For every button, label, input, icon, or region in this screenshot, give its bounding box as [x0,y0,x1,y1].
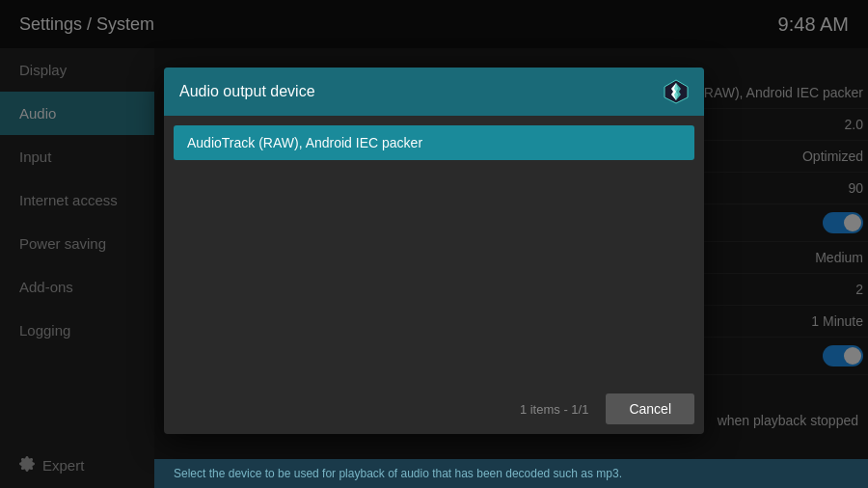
cancel-button[interactable]: Cancel [606,393,694,424]
audio-output-device-dialog: Audio output device AudioTrack (RAW), An… [164,68,704,434]
dialog-body: AudioTrack (RAW), Android IEC packer [164,116,704,386]
dialog-title: Audio output device [179,83,315,100]
list-item-audiotrack[interactable]: AudioTrack (RAW), Android IEC packer [174,125,694,160]
dialog-header: Audio output device [164,68,704,116]
hint-text: Select the device to be used for playbac… [174,467,622,480]
dialog-footer: 1 items - 1/1 Cancel [164,386,704,434]
item-count: 1 items - 1/1 [174,402,598,417]
bottom-hint: Select the device to be used for playbac… [154,459,868,488]
kodi-logo-icon [664,79,689,104]
